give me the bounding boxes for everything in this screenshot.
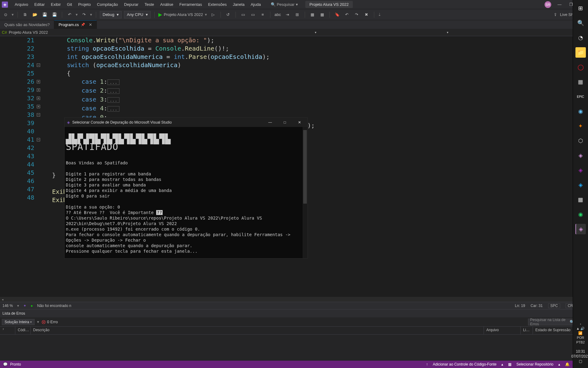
code-editor[interactable]: 2122232425262932353839404142434445464748… xyxy=(0,36,582,361)
col-indicator[interactable]: Car: 31 xyxy=(531,304,543,308)
col-line[interactable]: Li… xyxy=(521,327,533,334)
tool-icon[interactable]: ≡ xyxy=(259,11,266,18)
platform-dropdown[interactable]: Any CPU ▾ xyxy=(124,11,150,18)
system-tray[interactable]: ‹ ▲ 🔊 📶 POR PTB2 xyxy=(576,322,585,345)
shield-icon[interactable]: ▲ xyxy=(576,327,580,330)
console-titlebar[interactable]: ◈ Selecionar Console de Depuração do Mic… xyxy=(65,118,307,127)
tool-icon[interactable]: ▦ xyxy=(318,11,326,18)
console-maximize-button[interactable]: □ xyxy=(279,120,290,125)
active-app-icon[interactable]: ◈ xyxy=(575,224,586,234)
tool-icon[interactable]: ⇥ xyxy=(284,11,291,18)
error-search-input[interactable]: Pesquisar na Lista de Erros 🔍▾ xyxy=(528,319,580,325)
repo-icon[interactable]: ▦ xyxy=(508,362,511,366)
wifi-icon[interactable]: 📶 xyxy=(576,331,585,335)
visual-studio-preview-icon[interactable]: ◈ xyxy=(575,165,586,175)
volume-icon[interactable]: 🔊 xyxy=(580,327,585,330)
menu-janela[interactable]: Janela xyxy=(230,1,247,8)
fold-column[interactable]: −++++−− xyxy=(37,36,43,196)
file-explorer-icon[interactable]: 📁 xyxy=(575,47,586,58)
chevron-down-icon[interactable]: ▾ xyxy=(315,31,316,34)
col-icon[interactable]: ⁷ xyxy=(0,327,15,334)
console-body[interactable]: ▟▙▛▟▜▙▜▙▜▙▜▙▜▙▜▙▜▙ SPATIFADO Boas Vindas… xyxy=(65,127,307,258)
menu-ajuda[interactable]: Ajuda xyxy=(248,1,263,8)
back-icon[interactable]: ⊙ xyxy=(2,11,9,18)
tool-icon[interactable]: abc xyxy=(274,11,281,18)
indent-indicator[interactable]: SPC xyxy=(548,303,560,308)
errors-filter[interactable]: ⨂ 0 Erro xyxy=(42,320,58,324)
chevron-down-icon[interactable]: ▾ xyxy=(447,31,448,34)
taskbar-search-icon[interactable]: 🔍 xyxy=(575,18,586,28)
col-desc[interactable]: Descrição xyxy=(31,327,484,334)
tool-icon[interactable]: ▦ xyxy=(309,11,316,18)
visual-studio-icon[interactable]: ◈ xyxy=(575,150,586,161)
nav-project-label[interactable]: Projeto Alura VS 2022 xyxy=(9,30,48,35)
tab-whatsnew[interactable]: Quais são as Novidades? xyxy=(0,20,54,29)
bell-icon[interactable]: 🔔 xyxy=(565,362,570,366)
pin-icon[interactable]: 📌 xyxy=(81,23,85,27)
keyboard-indicator[interactable]: PTB2 xyxy=(576,340,585,345)
save-all-icon[interactable]: 💾 xyxy=(51,11,58,18)
chat-icon[interactable]: 💬 xyxy=(3,362,8,366)
console-scrollbar[interactable] xyxy=(303,127,307,258)
blender-icon[interactable]: ✦ xyxy=(575,121,586,131)
menu-editar[interactable]: Editar xyxy=(32,1,47,8)
expand-tray-icon[interactable]: ‹ xyxy=(576,322,585,326)
tool-icon[interactable]: ▭ xyxy=(239,11,247,18)
col-file[interactable]: Arquivo xyxy=(484,327,521,334)
repo-label[interactable]: Selecionar Repositório xyxy=(516,362,553,366)
lang-indicator[interactable]: POR xyxy=(576,335,585,340)
unity-icon[interactable]: ⬡ xyxy=(575,136,586,146)
generic-app-icon[interactable]: ▦ xyxy=(575,77,586,87)
start-without-debug-icon[interactable]: ▷ xyxy=(209,11,217,18)
windows-start-icon[interactable]: ⊞ xyxy=(575,3,586,13)
tab-program-cs[interactable]: Program.cs 📌 ✕ xyxy=(54,20,96,29)
redo-icon[interactable]: ↷ xyxy=(80,11,88,18)
scope-dropdown[interactable]: Solução Inteira ▾ xyxy=(2,319,35,325)
source-control-label[interactable]: Adicionar ao Controle do Código-Fonte xyxy=(433,362,496,366)
live-share-icon[interactable]: ⇪ xyxy=(554,12,557,17)
vscode-icon[interactable]: ◈ xyxy=(575,180,586,190)
console-minimize-button[interactable]: — xyxy=(265,120,276,125)
clock[interactable]: 10:31 07/07/2023 ▢ xyxy=(571,349,588,368)
bookmark-icon[interactable]: 🔖 xyxy=(334,11,341,18)
solution-name[interactable]: Projeto Alura VS 2022 xyxy=(305,1,353,8)
new-item-icon[interactable]: 🗎 xyxy=(21,11,29,18)
hot-reload-icon[interactable]: ↺ xyxy=(224,11,232,18)
menu-exibir[interactable]: Exibir xyxy=(48,1,63,8)
editor-horizontal-scrollbar[interactable]: ◂ ▸ xyxy=(0,297,577,302)
bookmark-next-icon[interactable]: ↷ xyxy=(353,11,360,18)
whatsapp-icon[interactable]: ◉ xyxy=(575,209,586,220)
tool-icon[interactable]: ⊞ xyxy=(294,11,301,18)
overflow-icon[interactable]: ⇣ xyxy=(378,12,381,17)
start-debug-button[interactable]: ▶ Projeto Alura VS 2022 ▾ xyxy=(158,12,207,17)
col-code[interactable]: Códi… xyxy=(15,327,31,334)
window-minimize-button[interactable]: — xyxy=(556,2,563,7)
epic-games-icon[interactable]: EPIC xyxy=(575,91,586,102)
menu-ferramentas[interactable]: Ferramentas xyxy=(177,1,205,8)
menu-git[interactable]: Git xyxy=(65,1,75,8)
notifications-icon[interactable]: ▢ xyxy=(571,359,588,364)
zoom-dropdown[interactable]: 146 % xyxy=(2,304,13,308)
menu-depurar[interactable]: Depurar xyxy=(122,1,141,8)
configuration-dropdown[interactable]: Debug ▾ xyxy=(100,11,122,18)
menu-projeto[interactable]: Projeto xyxy=(76,1,93,8)
bookmark-prev-icon[interactable]: ↶ xyxy=(343,11,351,18)
upload-icon[interactable]: ↑ xyxy=(426,362,428,366)
bookmark-clear-icon[interactable]: ✖ xyxy=(363,11,370,18)
search-box[interactable]: 🔍 Pesquisar ▾ xyxy=(271,2,298,7)
chrome-icon[interactable]: ◔ xyxy=(575,33,586,43)
menu-arquivo[interactable]: Arquivo xyxy=(12,1,31,8)
menu-compilacao[interactable]: Compilação xyxy=(94,1,120,8)
user-avatar[interactable]: SR xyxy=(545,1,551,8)
tool-icon[interactable]: ▭ xyxy=(249,11,257,18)
line-indicator[interactable]: Ln: 19 xyxy=(515,304,525,308)
steam-icon[interactable]: ◉ xyxy=(575,106,586,117)
console-close-button[interactable]: ✕ xyxy=(294,120,305,125)
issues-icon[interactable]: ✦ xyxy=(23,304,26,308)
menu-extensoes[interactable]: Extensões xyxy=(205,1,229,8)
menu-analise[interactable]: Análise xyxy=(158,1,176,8)
opera-icon[interactable]: ◯ xyxy=(575,62,586,72)
debug-console-window[interactable]: ◈ Selecionar Console de Depuração do Mic… xyxy=(64,117,308,259)
save-icon[interactable]: 💾 xyxy=(41,11,48,18)
close-tab-icon[interactable]: ✕ xyxy=(89,22,92,27)
